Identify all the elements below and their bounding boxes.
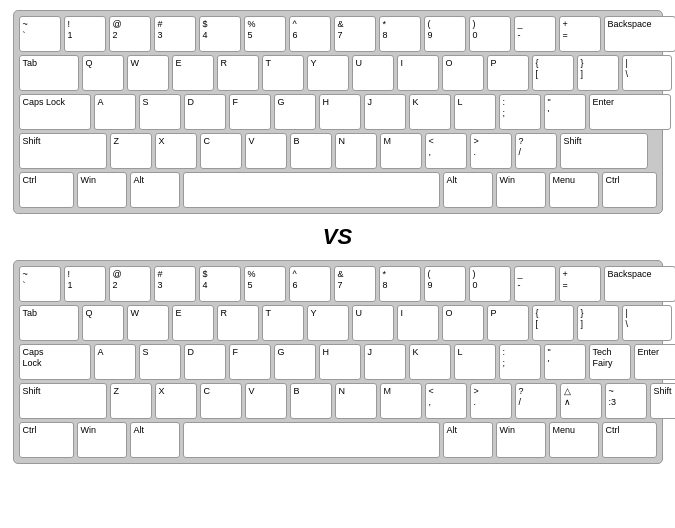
key[interactable]: E bbox=[172, 305, 214, 341]
key[interactable]: G bbox=[274, 344, 316, 380]
key[interactable]: D bbox=[184, 344, 226, 380]
key[interactable]: C bbox=[200, 133, 242, 169]
key[interactable]: H bbox=[319, 94, 361, 130]
key[interactable]: M bbox=[380, 383, 422, 419]
key[interactable]: Alt bbox=[130, 172, 180, 208]
key[interactable]: Menu bbox=[549, 422, 599, 458]
key[interactable]: $4 bbox=[199, 266, 241, 302]
key[interactable]: &7 bbox=[334, 266, 376, 302]
key[interactable]: *8 bbox=[379, 266, 421, 302]
key[interactable]: )0 bbox=[469, 266, 511, 302]
key[interactable]: "' bbox=[544, 344, 586, 380]
key[interactable]: U bbox=[352, 55, 394, 91]
key[interactable]: }] bbox=[577, 305, 619, 341]
key[interactable] bbox=[183, 422, 440, 458]
key[interactable]: Y bbox=[307, 55, 349, 91]
key[interactable]: :; bbox=[499, 344, 541, 380]
key[interactable]: Caps Lock bbox=[19, 344, 91, 380]
key[interactable]: Caps Lock bbox=[19, 94, 91, 130]
key[interactable]: X bbox=[155, 133, 197, 169]
key[interactable]: += bbox=[559, 266, 601, 302]
key[interactable]: Q bbox=[82, 305, 124, 341]
key[interactable] bbox=[183, 172, 440, 208]
key[interactable]: "' bbox=[544, 94, 586, 130]
key[interactable]: >. bbox=[470, 133, 512, 169]
key[interactable]: @2 bbox=[109, 16, 151, 52]
key[interactable]: (9 bbox=[424, 16, 466, 52]
key[interactable]: |\ bbox=[622, 305, 672, 341]
key[interactable]: *8 bbox=[379, 16, 421, 52]
key[interactable]: Shift bbox=[19, 133, 107, 169]
key[interactable]: &7 bbox=[334, 16, 376, 52]
key[interactable]: H bbox=[319, 344, 361, 380]
key[interactable]: R bbox=[217, 305, 259, 341]
key[interactable]: ^6 bbox=[289, 16, 331, 52]
key[interactable]: I bbox=[397, 305, 439, 341]
key[interactable]: E bbox=[172, 55, 214, 91]
key[interactable]: X bbox=[155, 383, 197, 419]
key[interactable]: Win bbox=[77, 422, 127, 458]
key[interactable]: R bbox=[217, 55, 259, 91]
key[interactable]: _- bbox=[514, 16, 556, 52]
key[interactable]: B bbox=[290, 133, 332, 169]
key[interactable]: Backspace bbox=[604, 266, 676, 302]
key[interactable]: A bbox=[94, 94, 136, 130]
key[interactable]: ~ :3 bbox=[605, 383, 647, 419]
key[interactable]: J bbox=[364, 94, 406, 130]
key[interactable]: Ctrl bbox=[602, 422, 657, 458]
key[interactable]: G bbox=[274, 94, 316, 130]
key[interactable]: )0 bbox=[469, 16, 511, 52]
key[interactable]: P bbox=[487, 305, 529, 341]
key[interactable]: Backspace bbox=[604, 16, 676, 52]
key[interactable]: Tab bbox=[19, 55, 79, 91]
key[interactable]: Enter bbox=[589, 94, 671, 130]
key[interactable]: L bbox=[454, 94, 496, 130]
key[interactable]: ?/ bbox=[515, 383, 557, 419]
key[interactable]: K bbox=[409, 344, 451, 380]
key[interactable]: %5 bbox=[244, 266, 286, 302]
key[interactable]: M bbox=[380, 133, 422, 169]
key[interactable]: Menu bbox=[549, 172, 599, 208]
key[interactable]: V bbox=[245, 383, 287, 419]
key[interactable]: }] bbox=[577, 55, 619, 91]
key[interactable]: _- bbox=[514, 266, 556, 302]
key[interactable]: A bbox=[94, 344, 136, 380]
key[interactable]: Shift bbox=[650, 383, 676, 419]
key[interactable]: Tab bbox=[19, 305, 79, 341]
key[interactable]: J bbox=[364, 344, 406, 380]
key[interactable]: Ctrl bbox=[19, 422, 74, 458]
key[interactable]: N bbox=[335, 133, 377, 169]
key[interactable]: %5 bbox=[244, 16, 286, 52]
key[interactable]: >. bbox=[470, 383, 512, 419]
key[interactable]: #3 bbox=[154, 266, 196, 302]
key[interactable]: Ctrl bbox=[19, 172, 74, 208]
key[interactable]: !1 bbox=[64, 266, 106, 302]
key[interactable]: N bbox=[335, 383, 377, 419]
key[interactable]: Win bbox=[496, 422, 546, 458]
key[interactable]: △∧ bbox=[560, 383, 602, 419]
key[interactable]: Z bbox=[110, 383, 152, 419]
key[interactable]: <, bbox=[425, 383, 467, 419]
key[interactable]: {[ bbox=[532, 305, 574, 341]
key[interactable]: |\ bbox=[622, 55, 672, 91]
key[interactable]: !1 bbox=[64, 16, 106, 52]
key[interactable]: T bbox=[262, 305, 304, 341]
key[interactable]: I bbox=[397, 55, 439, 91]
key[interactable]: Alt bbox=[130, 422, 180, 458]
key[interactable]: ~` bbox=[19, 266, 61, 302]
key[interactable]: Z bbox=[110, 133, 152, 169]
key[interactable]: V bbox=[245, 133, 287, 169]
key[interactable]: Win bbox=[77, 172, 127, 208]
key[interactable]: W bbox=[127, 305, 169, 341]
key[interactable]: K bbox=[409, 94, 451, 130]
key[interactable]: Alt bbox=[443, 422, 493, 458]
key[interactable]: O bbox=[442, 305, 484, 341]
key[interactable]: F bbox=[229, 344, 271, 380]
key[interactable]: O bbox=[442, 55, 484, 91]
key[interactable]: ^6 bbox=[289, 266, 331, 302]
key[interactable]: F bbox=[229, 94, 271, 130]
key[interactable]: (9 bbox=[424, 266, 466, 302]
key[interactable]: C bbox=[200, 383, 242, 419]
key[interactable]: #3 bbox=[154, 16, 196, 52]
key[interactable]: Enter bbox=[634, 344, 676, 380]
